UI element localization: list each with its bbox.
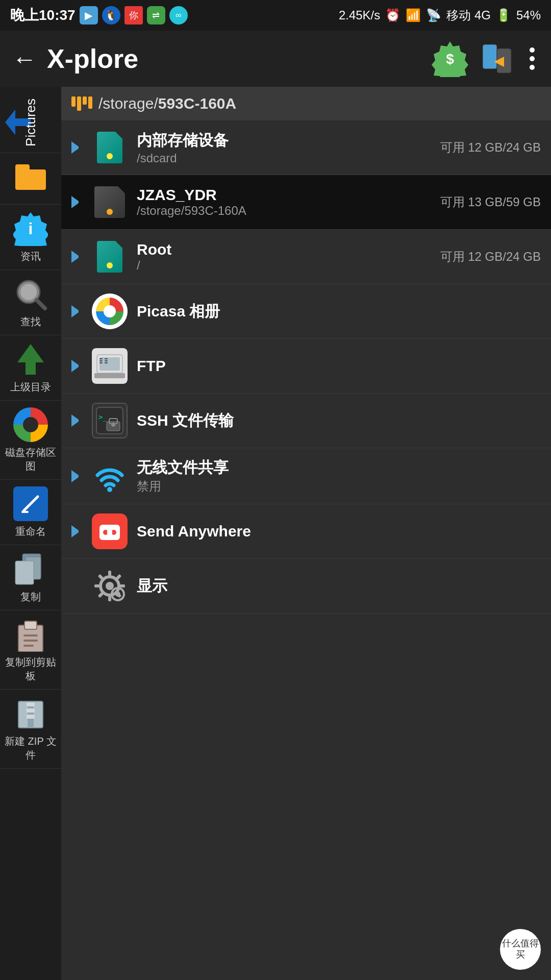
sidebar-up-label: 上级目录 xyxy=(10,380,51,394)
file-info-wireless: 无线文件共享 禁用 xyxy=(137,457,541,495)
file-name-send-anywhere: Send Anywhere xyxy=(137,523,541,540)
file-info-root: Root / xyxy=(137,241,440,273)
expand-arrow-jzas-icon xyxy=(71,196,84,208)
file-name-ssh: SSH 文件传输 xyxy=(137,410,541,431)
file-path-wireless: 禁用 xyxy=(137,478,541,495)
svg-rect-51 xyxy=(120,584,125,587)
expand-arrow-wireless-icon xyxy=(71,470,84,482)
file-item-ftp[interactable]: FTP xyxy=(61,339,551,394)
file-path-internal: /sdcard xyxy=(137,151,440,165)
svg-text:$: $ xyxy=(446,51,454,67)
file-item-send-anywhere[interactable]: Send Anywhere xyxy=(61,504,551,559)
sidebar-search-label: 查找 xyxy=(20,315,41,329)
file-name-display: 显示 xyxy=(137,576,541,597)
jzas-storage-icon xyxy=(92,184,128,220)
sidebar-item-zip[interactable]: 新建 ZIP 文件 xyxy=(0,690,61,769)
file-name-jzas: JZAS_YDR xyxy=(137,186,440,204)
file-item-display[interactable]: 显示 xyxy=(61,559,551,614)
up-icon xyxy=(13,341,48,377)
carrier-label: 移动 4G xyxy=(446,7,491,23)
app-icon-1: ▶ xyxy=(80,6,98,24)
file-info-display: 显示 xyxy=(137,576,541,597)
watermark-text: 什么值得买 xyxy=(500,938,541,960)
file-path-jzas: /storage/593C-160A xyxy=(137,204,440,218)
sidebar-item-pictures[interactable]: Pictures xyxy=(0,92,61,153)
expand-arrow-icon xyxy=(71,141,84,154)
file-item-ssh[interactable]: >_ SSH 文件传输 xyxy=(61,394,551,448)
svg-rect-34 xyxy=(105,358,108,359)
app-icon-2: 🐧 xyxy=(102,6,120,24)
svg-rect-36 xyxy=(105,362,108,363)
svg-point-48 xyxy=(106,582,114,590)
sidebar-item-search[interactable]: 查找 xyxy=(0,270,61,335)
sidebar-item-folder[interactable] xyxy=(0,153,61,205)
svg-rect-17 xyxy=(24,621,37,629)
file-info-ftp: FTP xyxy=(137,357,541,375)
file-size-jzas: 可用 13 GB/59 GB xyxy=(440,194,541,210)
sidebar-zip-label: 新建 ZIP 文件 xyxy=(2,734,59,762)
rename-icon xyxy=(13,486,48,522)
svg-rect-55 xyxy=(94,584,99,587)
sidebar-item-up[interactable]: 上级目录 xyxy=(0,335,61,401)
sidebar-item-diskmap[interactable]: 磁盘存储区图 xyxy=(0,401,61,480)
file-size-internal: 可用 12 GB/24 GB xyxy=(440,139,541,156)
svg-rect-19 xyxy=(23,640,38,642)
search-icon xyxy=(13,276,48,312)
display-settings-icon xyxy=(92,568,128,604)
svg-point-8 xyxy=(20,284,37,300)
svg-point-27 xyxy=(104,305,116,317)
svg-rect-53 xyxy=(108,596,111,601)
svg-rect-29 xyxy=(99,357,120,371)
svg-rect-20 xyxy=(23,645,34,647)
svg-rect-24 xyxy=(27,708,35,713)
header-icons: $ xyxy=(432,40,539,77)
file-item-jzas[interactable]: JZAS_YDR /storage/593C-160A 可用 13 GB/59 … xyxy=(61,175,551,230)
sidebar: Pictures i 资讯 xyxy=(0,87,61,980)
file-item-root[interactable]: Root / 可用 12 GB/24 GB xyxy=(61,230,551,284)
sidebar-clipboard-label: 复制到剪贴板 xyxy=(2,655,59,683)
pictures-label: Pictures xyxy=(23,99,39,146)
svg-text:>_: >_ xyxy=(98,413,107,422)
sidebar-item-rename[interactable]: 重命名 xyxy=(0,480,61,545)
svg-rect-33 xyxy=(99,362,103,363)
file-item-wireless[interactable]: 无线文件共享 禁用 xyxy=(61,448,551,504)
dollar-badge[interactable]: $ xyxy=(432,40,468,77)
expand-arrow-root-icon xyxy=(71,251,84,263)
sidebar-rename-label: 重命名 xyxy=(15,525,46,538)
file-info-jzas: JZAS_YDR /storage/593C-160A xyxy=(137,186,440,218)
status-left: 晚上10:37 ▶ 🐧 你 ⇌ ∞ xyxy=(10,6,188,25)
phone-transfer-icon[interactable] xyxy=(479,40,515,77)
clipboard-icon xyxy=(13,617,48,652)
main-area: Pictures i 资讯 xyxy=(0,87,551,980)
file-info-ssh: SSH 文件传输 xyxy=(137,410,541,431)
sidebar-info-label: 资讯 xyxy=(20,250,41,263)
back-button[interactable]: ← xyxy=(12,45,37,73)
svg-point-41 xyxy=(111,423,115,427)
diskmap-icon xyxy=(13,407,48,443)
sidebar-item-info[interactable]: i 资讯 xyxy=(0,205,61,270)
file-path-root: / xyxy=(137,258,440,273)
file-size-root: 可用 12 GB/24 GB xyxy=(440,249,541,265)
storage-bars-icon xyxy=(71,96,92,111)
file-info-picasa: Picasa 相册 xyxy=(137,301,541,322)
wireless-icon xyxy=(92,458,128,494)
sidebar-item-clipboard[interactable]: 复制到剪贴板 xyxy=(0,610,61,690)
app-icon-4: ⇌ xyxy=(147,6,165,24)
content-area: /storage/593C-160A 内部存储设备 /sdcard 可用 12 … xyxy=(61,87,551,980)
svg-line-9 xyxy=(37,300,45,308)
svg-point-58 xyxy=(115,592,120,597)
send-anywhere-icon xyxy=(92,513,128,549)
sidebar-copy-label: 复制 xyxy=(20,590,41,604)
file-item-picasa[interactable]: Picasa 相册 xyxy=(61,284,551,339)
sidebar-item-copy[interactable]: 复制 xyxy=(0,545,61,610)
more-options-button[interactable] xyxy=(525,43,539,74)
wifi-icon: 📶 xyxy=(406,8,421,22)
file-item-internal[interactable]: 内部存储设备 /sdcard 可用 12 GB/24 GB xyxy=(61,120,551,175)
svg-rect-15 xyxy=(15,561,34,584)
app-header: ← X-plore $ xyxy=(0,31,551,87)
app-title: X-plore xyxy=(47,43,421,74)
info-icon: i xyxy=(13,211,48,247)
status-right: 2.45K/s ⏰ 📶 📡 移动 4G 🔋 54% xyxy=(339,7,541,23)
battery-icon: 🔋 xyxy=(496,8,511,22)
svg-rect-2 xyxy=(483,44,497,69)
